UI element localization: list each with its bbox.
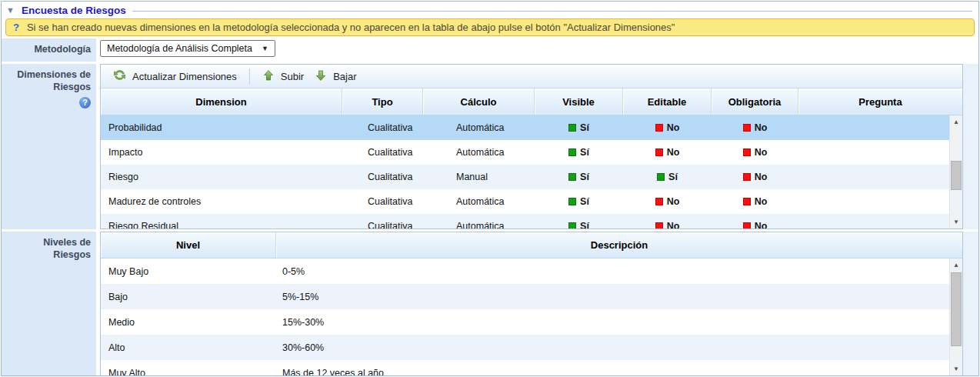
visible-cell: Sí [535, 115, 623, 140]
calculo-cell: Automática [423, 140, 535, 165]
column-header-editable[interactable]: Editable [623, 88, 712, 115]
bajar-label: Bajar [333, 71, 356, 82]
dimensions-table-body: ProbabilidadCualitativaAutomáticaSíNoNoI… [101, 115, 949, 229]
no-square-icon [655, 198, 663, 205]
flag-label: Sí [668, 172, 678, 182]
flag-label: No [667, 221, 680, 229]
scroll-thumb[interactable] [951, 161, 962, 190]
no-square-icon [655, 222, 663, 229]
calculo-cell: Manual [423, 165, 535, 189]
no-square-icon [743, 124, 751, 132]
flag-label: No [755, 172, 768, 182]
scroll-down-icon[interactable]: ▼ [950, 215, 962, 229]
flag-label: Sí [580, 147, 589, 158]
dimension-name-cell: Madurez de controles [101, 189, 342, 214]
nivel-cell: Bajo [101, 284, 276, 309]
dimension-row[interactable]: RiesgoCualitativaManualSíSíNo [101, 165, 949, 189]
yes-square-icon [568, 148, 576, 156]
level-row[interactable]: Alto30%-60% [101, 335, 949, 360]
scroll-up-icon[interactable]: ▲ [950, 115, 962, 128]
dimensions-scrollbar[interactable]: ▲ ▼ [949, 115, 962, 229]
descripcion-cell: Más de 12 veces al año [276, 360, 949, 375]
descripcion-cell: 15%-30% [276, 309, 949, 335]
dimension-row[interactable]: ProbabilidadCualitativaAutomáticaSíNoNo [101, 115, 949, 140]
no-square-icon [743, 173, 751, 181]
actualizar-dimensiones-button[interactable]: Actualizar Dimensiones [108, 66, 242, 86]
levels-scrollbar[interactable]: ▲ ▼ [949, 259, 962, 375]
page-title: Encuesta de Riesgos [22, 5, 126, 16]
no-square-icon [655, 148, 663, 156]
arrow-up-icon [262, 69, 275, 84]
visible-cell: Sí [535, 214, 623, 229]
editable-cell: Sí [623, 165, 712, 189]
level-row[interactable]: Muy AltoMás de 12 veces al año [101, 360, 949, 375]
nivel-cell: Alto [101, 335, 276, 360]
pregunta-cell [798, 189, 949, 214]
yes-square-icon [568, 173, 576, 181]
calculo-cell: Automática [423, 214, 535, 229]
panel-header: ▼ Encuesta de Riesgos [2, 2, 978, 16]
legend-divider [132, 11, 972, 12]
scroll-track[interactable] [950, 128, 962, 215]
scroll-down-icon[interactable]: ▼ [950, 362, 962, 375]
dimension-name-cell: Probabilidad [101, 115, 342, 140]
column-header-obligatoria[interactable]: Obligatoria [712, 88, 798, 115]
level-row[interactable]: Bajo5%-15% [101, 284, 949, 309]
column-header-dimension[interactable]: Dimension [101, 88, 342, 115]
visible-cell: Sí [535, 189, 623, 214]
yes-square-icon [568, 124, 576, 132]
dimensiones-label: Dimensiones de Riesgos [17, 69, 91, 92]
level-row[interactable]: Muy Bajo0-5% [101, 259, 949, 284]
editable-cell: No [623, 189, 712, 214]
calculo-cell: Automática [423, 115, 535, 140]
no-square-icon [743, 148, 751, 156]
scroll-track[interactable] [950, 272, 962, 362]
bajar-button[interactable]: Bajar [309, 67, 362, 86]
no-square-icon [743, 198, 751, 205]
column-header-pregunta[interactable]: Pregunta [798, 88, 962, 115]
flag-label: No [667, 122, 680, 133]
niveles-content: NivelDescripción Muy Bajo0-5%Bajo5%-15%M… [100, 232, 978, 376]
dimensiones-label-cell: Dimensiones de Riesgos ? [2, 64, 96, 229]
metodologia-select[interactable]: Metodología de Análisis Completa ▼ [100, 40, 275, 57]
flag-label: No [755, 147, 768, 158]
niveles-label: Niveles de Riesgos [2, 232, 96, 376]
calculo-cell: Automática [423, 189, 535, 214]
dimensions-table-body-wrap: ProbabilidadCualitativaAutomáticaSíNoNoI… [101, 115, 962, 229]
subir-label: Subir [281, 71, 304, 82]
dimensions-toolbar: Actualizar Dimensiones Subir [101, 65, 962, 88]
metodologia-content: Metodología de Análisis Completa ▼ [100, 38, 978, 62]
metodologia-label: Metodología [2, 38, 96, 62]
levels-table-header: NivelDescripción [101, 232, 962, 259]
levels-panel: NivelDescripción Muy Bajo0-5%Bajo5%-15%M… [100, 232, 963, 376]
arrow-down-icon [315, 69, 327, 84]
flag-label: Sí [580, 196, 589, 207]
column-header-nivel[interactable]: Nivel [101, 232, 276, 258]
column-header-visible[interactable]: Visible [535, 88, 623, 115]
dimension-row[interactable]: Madurez de controlesCualitativaAutomátic… [101, 189, 949, 214]
column-header-cálculo[interactable]: Cálculo [423, 88, 535, 115]
tipo-cell: Cualitativa [342, 115, 423, 140]
no-square-icon [743, 222, 751, 229]
chevron-down-icon: ▼ [262, 45, 268, 52]
pregunta-cell [798, 214, 949, 229]
dimension-row[interactable]: ImpactoCualitativaAutomáticaSíNoNo [101, 140, 949, 165]
obligatoria-cell: No [712, 115, 798, 140]
collapse-icon[interactable]: ▼ [6, 6, 15, 15]
editable-cell: No [623, 140, 712, 165]
pregunta-cell [798, 140, 949, 165]
flag-label: No [755, 196, 768, 207]
encuesta-de-riesgos-panel: ▼ Encuesta de Riesgos ? Si se han creado… [1, 1, 979, 376]
descripcion-cell: 5%-15% [276, 284, 949, 309]
subir-button[interactable]: Subir [257, 67, 309, 86]
scroll-up-icon[interactable]: ▲ [950, 259, 962, 272]
column-header-tipo[interactable]: Tipo [342, 88, 423, 115]
level-row[interactable]: Medio15%-30% [101, 309, 949, 335]
column-header-descripción[interactable]: Descripción [276, 232, 962, 258]
metodologia-select-value: Metodología de Análisis Completa [107, 43, 252, 54]
help-icon[interactable]: ? [79, 97, 91, 108]
scroll-thumb[interactable] [951, 272, 962, 346]
nivel-cell: Muy Bajo [101, 259, 276, 284]
dimension-row[interactable]: Riesgo ResidualCualitativaAutomáticaSíNo… [101, 214, 949, 229]
visible-cell: Sí [535, 140, 623, 165]
